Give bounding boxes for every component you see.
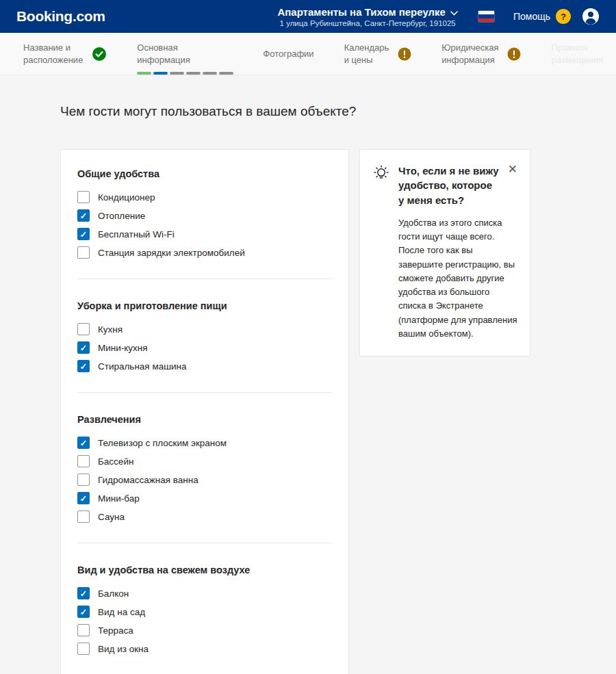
amenity-checkbox[interactable]: ✓ [77,492,90,504]
amenity-checkbox-row[interactable]: ✓Телевизор с плоским экраном [77,435,332,450]
amenity-checkbox[interactable] [77,624,90,636]
amenity-label: Вид на сад [98,607,145,617]
tip-body: Удобства из этого списка гости ищут чаще… [398,216,517,341]
amenity-checkbox-row[interactable]: ✓Стиральная машина [77,359,332,374]
close-icon[interactable]: ✕ [505,161,520,178]
amenity-checkbox-row[interactable]: ✓Мини-бар [77,491,332,506]
tip-panel: ✕ Что, если я не вижу удобство, которое … [359,149,530,357]
step-label: Календарь и цены [344,42,389,66]
tip-title: Что, если я не вижу удобство, которое у … [398,164,500,207]
section-divider [77,392,332,393]
amenity-label: Терраса [98,625,133,636]
amenity-checkbox[interactable]: ✓ [77,228,90,240]
amenity-label: Мини-бар [98,493,140,504]
amenity-label: Станция зарядки электромобилей [98,248,245,258]
amenity-checkbox-row[interactable]: Кондиционер [77,190,332,205]
amenity-label: Вид из окна [98,644,149,654]
amenity-checkbox[interactable] [77,510,90,523]
amenity-label: Балкон [98,588,129,599]
amenity-label: Стиральная машина [98,361,187,372]
step-warning-icon [507,47,521,61]
amenity-checkbox[interactable]: ✓ [77,606,90,618]
help-question-icon: ? [556,9,571,24]
step-item-3[interactable]: Фотографии [263,33,313,75]
help-button[interactable]: Помощь ? [513,9,571,24]
amenity-checkbox-row[interactable]: ✓Бесплатный Wi-Fi [77,226,332,242]
amenity-label: Телевизор с плоским экраном [98,438,227,448]
step-warning-icon [398,47,411,61]
amenity-label: Кондиционер [98,192,155,203]
amenity-checkbox[interactable]: ✓ [77,360,90,372]
amenity-checkbox[interactable] [77,455,90,467]
amenity-checkbox[interactable]: ✓ [77,341,90,354]
progress-segment-todo [170,72,184,75]
step-label: Юридическая информация [441,42,498,66]
section-divider [77,278,332,279]
progress-segment-todo [186,72,201,75]
booking-logo[interactable]: Booking.com [16,8,105,25]
step-item-4[interactable]: Календарь и цены [344,33,412,75]
step-label: Название и расположение [23,42,83,66]
amenity-checkbox-row[interactable]: ✓Мини-кухня [77,340,332,355]
amenity-label: Кухня [98,324,123,335]
step-progress-bar [137,72,233,75]
amenity-checkbox[interactable] [77,246,90,259]
progress-segment-current [153,72,168,75]
step-item-1[interactable]: Название и расположение [23,33,107,75]
amenity-checkbox[interactable] [77,643,90,655]
property-address: 1 улица Рубинштейна, Санкт-Петербург, 19… [277,19,458,27]
progress-segment-complete [137,72,151,75]
step-label: Основная информация [137,42,203,66]
progress-segment-todo [203,72,217,75]
lightbulb-icon [372,164,390,207]
amenity-section-title: Развлечения [77,414,332,425]
step-label: Фотографии [263,48,313,60]
step-label: Правила размещения [551,42,603,66]
step-item-2[interactable]: Основная информация [137,33,233,75]
amenity-section-title: Уборка и приготовление пищи [77,300,332,311]
amenity-label: Отопление [98,211,145,221]
russia-flag-icon[interactable] [478,11,494,22]
amenity-checkbox-row[interactable]: Терраса [77,623,332,638]
amenity-section-title: Общие удобства [77,168,332,179]
property-name: Апартаменты на Тихом переулке [277,6,446,18]
amenity-checkbox[interactable]: ✓ [77,587,90,599]
amenity-label: Сауна [98,512,125,522]
amenity-checkbox-row[interactable]: Вид из окна [77,641,332,656]
step-item-5[interactable]: Юридическая информация [441,33,521,75]
amenity-label: Бассейн [98,456,133,467]
amenity-checkbox[interactable] [77,191,90,203]
amenity-checkbox-row[interactable]: Сауна [77,509,332,524]
amenity-checkbox[interactable] [77,323,90,335]
help-label: Помощь [513,11,550,22]
page-title: Чем гости могут пользоваться в вашем объ… [60,104,616,119]
amenity-checkbox-row[interactable]: Бассейн [77,454,332,469]
top-navbar: Booking.com Апартаменты на Тихом переулк… [0,0,616,33]
amenity-label: Гидромассажная ванна [98,475,198,485]
amenity-checkbox[interactable]: ✓ [77,437,90,449]
section-divider [77,543,332,543]
progress-segment-todo [219,72,233,75]
amenity-checkbox[interactable]: ✓ [77,209,90,222]
amenity-checkbox[interactable] [77,474,90,486]
amenity-section-title: Вид и удобства на свежем воздухе [77,565,332,575]
amenity-checkbox-row[interactable]: Станция зарядки электромобилей [77,245,332,260]
amenity-checkbox-row[interactable]: ✓Отопление [77,208,332,223]
account-icon[interactable] [582,8,600,25]
amenity-checkbox-row[interactable]: Кухня [77,322,332,337]
chevron-down-icon [450,6,458,18]
property-selector[interactable]: Апартаменты на Тихом переулке 1 улица Ру… [277,6,458,27]
amenities-card: Общие удобстваКондиционер✓Отопление✓Бесп… [60,149,349,674]
amenity-label: Мини-кухня [98,343,148,353]
amenity-checkbox-row[interactable]: Гидромассажная ванна [77,472,332,487]
amenity-checkbox-row[interactable]: ✓Балкон [77,586,332,601]
step-item-6[interactable]: Правила размещения [551,33,603,75]
progress-steps-bar: Название и расположениеОсновная информац… [0,33,616,75]
amenity-checkbox-row[interactable]: ✓Вид на сад [77,604,332,619]
amenity-label: Бесплатный Wi-Fi [98,229,175,239]
step-complete-icon [92,47,107,62]
